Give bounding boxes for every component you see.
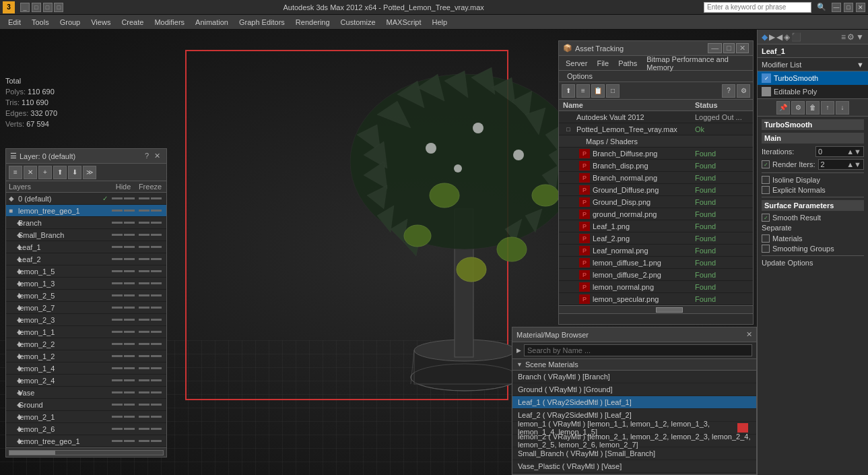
mat-row-7[interactable]: Vase_Plastic ( VRayMtl ) [Vase] [512,460,756,473]
rp-mod-turbosmooth[interactable]: ✓ TurboSmooth [758,71,868,85]
layer-row-8[interactable]: ◆ lemon_2_5 [6,290,166,302]
asset-row-1[interactable]: □ Potted_Lemon_Tree_vray.max Ok [559,123,753,135]
layer-row-18[interactable]: ◆ lemon_2_1 [6,411,166,423]
asset-menu-options[interactable]: Options [563,72,597,80]
asset-row-5[interactable]: P Branch_normal.png Found [559,172,753,184]
search-input[interactable] [704,2,811,13]
asset-row-10[interactable]: P Leaf_2.png Found [559,232,753,245]
rp-separate-section[interactable]: Separate [762,224,864,232]
rp-icon-4[interactable]: ◈ [784,32,790,42]
col-hide[interactable]: Hide [110,183,137,191]
menu-maxscript[interactable]: MAXScript [381,17,427,28]
layer-row-7[interactable]: ◆ lemon_1_3 [6,278,166,290]
asset-row-0[interactable]: Autodesk Vault 2012 Logged Out ... [559,111,753,123]
asset-scrollbar-thumb[interactable] [656,307,683,313]
menu-create[interactable]: Create [116,17,149,28]
layers-tool-5[interactable]: ≫ [83,166,96,179]
asset-min-btn[interactable]: — [708,43,722,53]
asset-menu-paths[interactable]: Paths [614,59,641,67]
menu-views[interactable]: Views [86,17,116,28]
asset-row-3[interactable]: P Branch_Diffuse.png Found [559,148,753,160]
asset-help-btn[interactable]: ? [722,84,735,98]
mat-row-6[interactable]: Small_Branch ( VRayMtl ) [Small_Branch] [512,447,756,460]
menu-help[interactable]: Help [427,17,453,28]
asset-row-2[interactable]: Maps / Shaders [559,135,753,148]
rp-tool-delete[interactable]: 🗑 [806,101,820,115]
layer-row-12[interactable]: ◆ lemon_2_2 [6,338,166,350]
asset-row-8[interactable]: P ground_normal.png Found [559,208,753,220]
col-freeze[interactable]: Freeze [137,183,164,191]
rp-smooth-check[interactable]: ✓ [762,214,770,222]
layer-row-17[interactable]: ◆ Ground [6,399,166,411]
asset-max-btn[interactable]: □ [723,43,735,53]
asset-row-6[interactable]: P Ground_Diffuse.png Found [559,184,753,196]
rp-icon-3[interactable]: ◀ [776,32,782,42]
mat-row-2[interactable]: Leaf_1 ( VRay2SidedMtl ) [Leaf_1] [512,396,756,409]
asset-row-7[interactable]: P Ground_Disp.png Found [559,196,753,208]
asset-close-btn[interactable]: ✕ [736,43,749,53]
mat-close-btn[interactable]: ✕ [746,330,752,339]
layers-tool-4[interactable]: ⬇ [68,166,81,179]
layer-row-19[interactable]: ◆ lemon_2_6 [6,423,166,435]
rp-mod-editable-poly[interactable]: Editable Poly [758,85,868,98]
layer-row-2[interactable]: ◆ Branch [6,217,166,229]
asset-tool-4[interactable]: □ [606,84,620,98]
rp-smoothing-check[interactable] [762,245,770,253]
layer-row-10[interactable]: ◆ lemon_2_3 [6,314,166,326]
menu-animation[interactable]: Animation [190,17,234,28]
asset-row-4[interactable]: P Branch_disp.png Found [559,160,753,172]
menu-modifiers[interactable]: Modifiers [149,17,190,28]
rp-isoline-check[interactable] [762,176,770,184]
layer-row-3[interactable]: ◆ Small_Branch [6,229,166,241]
rp-iterations-value[interactable]: 0 ▲▼ [815,146,864,157]
rp-tool-config[interactable]: ⚙ [791,101,805,115]
asset-row-11[interactable]: P Leaf_normal.png Found [559,245,753,257]
rp-icon-5[interactable]: ⬛ [791,32,801,42]
layer-row-15[interactable]: ◆ lemon_2_4 [6,375,166,387]
asset-tool-2[interactable]: ≡ [576,84,590,98]
layers-close-btn[interactable]: ✕ [152,152,162,160]
layer-row-5[interactable]: ◆ Leaf_2 [6,253,166,265]
mat-row-5[interactable]: lemon_2 ( VRayMtl ) [lemon_2_1, lemon_2_… [512,435,756,447]
layer-row-16[interactable]: ◆ Vase [6,387,166,399]
menu-customize[interactable]: Customize [335,17,381,28]
layer-row-1[interactable]: ■ lemon_tree_geo_1 [6,205,166,217]
asset-row-14[interactable]: P lemon_normal.png Found [559,281,753,293]
rp-explicit-check[interactable] [762,186,770,194]
rp-render-iters-value[interactable]: 2 ▲▼ [818,159,864,170]
rp-params-title[interactable]: TurboSmooth [762,119,864,130]
layer-row-11[interactable]: ◆ lemon_1_1 [6,326,166,338]
menu-rendering[interactable]: Rendering [290,17,335,28]
rp-update-options[interactable]: Update Options [762,259,864,267]
asset-tool-3[interactable]: 📋 [591,84,605,98]
asset-row-15[interactable]: P lemon_specular.png Found [559,293,753,305]
mat-row-1[interactable]: Ground ( VRayMtl ) [Ground] [512,383,756,396]
rp-icon-7[interactable]: ⚙ [847,32,855,42]
rp-iterations-spinner[interactable]: ▲▼ [846,148,861,156]
layers-help-btn[interactable]: ? [143,152,151,160]
asset-tool-1[interactable]: ⬆ [562,84,575,98]
asset-row-12[interactable]: P lemon_diffuse_1.png Found [559,257,753,269]
mat-search-input[interactable] [524,344,752,356]
layer-row-13[interactable]: ◆ lemon_1_2 [6,350,166,362]
layers-tool-delete[interactable]: ✕ [24,166,37,179]
layer-row-9[interactable]: ◆ lemon_2_7 [6,302,166,314]
layer-row-6[interactable]: ◆ lemon_1_5 [6,265,166,278]
rp-icon-8[interactable]: ▼ [856,32,864,42]
asset-menu-server[interactable]: Server [562,59,591,67]
layer-row-4[interactable]: ◆ Leaf_1 [6,241,166,253]
rp-icon-2[interactable]: ▶ [769,32,775,42]
rp-modlist-arrow[interactable]: ▼ [857,61,864,69]
menu-tools[interactable]: Tools [26,17,55,28]
menu-edit[interactable]: Edit [3,17,26,28]
rp-main-section[interactable]: Main [762,133,864,144]
asset-row-9[interactable]: P Leaf_1.png Found [559,220,753,232]
layers-scrollbar[interactable] [6,447,166,457]
rp-render-iters-spinner[interactable]: ▲▼ [846,160,861,168]
rp-icon-6[interactable]: ≡ [841,32,846,42]
rp-tool-up[interactable]: ↑ [821,101,834,115]
layer-row-0[interactable]: ◆ 0 (default) ✓ [6,193,166,205]
asset-row-13[interactable]: P lemon_diffuse_2.png Found [559,269,753,281]
layers-tool-add[interactable]: + [38,166,52,179]
mat-row-0[interactable]: Branch ( VRayMtl ) [Branch] [512,371,756,383]
